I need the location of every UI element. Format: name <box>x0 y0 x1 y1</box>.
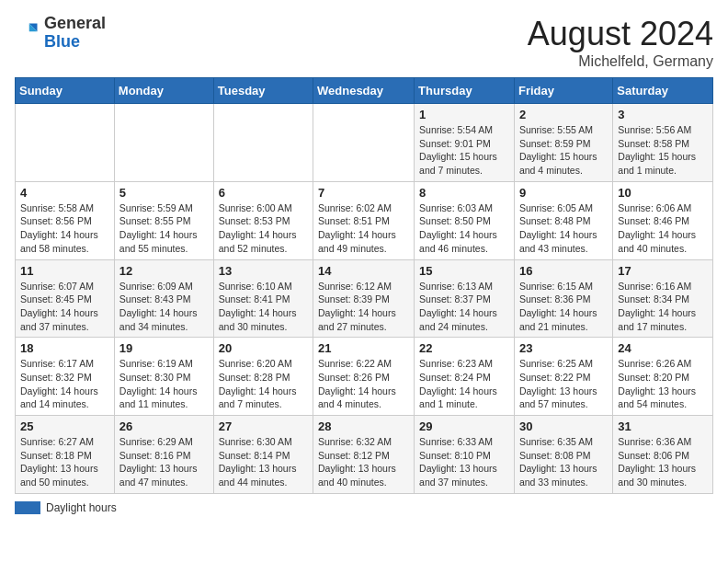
week-row-2: 4Sunrise: 5:58 AM Sunset: 8:56 PM Daylig… <box>16 181 713 259</box>
day-number: 11 <box>20 264 109 278</box>
day-number: 14 <box>318 264 409 278</box>
day-cell: 12Sunrise: 6:09 AM Sunset: 8:43 PM Dayli… <box>114 259 213 338</box>
day-info: Sunrise: 6:12 AM Sunset: 8:39 PM Dayligh… <box>318 280 409 334</box>
day-cell: 4Sunrise: 5:58 AM Sunset: 8:56 PM Daylig… <box>16 181 115 259</box>
week-row-3: 11Sunrise: 6:07 AM Sunset: 8:45 PM Dayli… <box>16 259 713 338</box>
day-cell: 1Sunrise: 5:54 AM Sunset: 9:01 PM Daylig… <box>415 104 515 182</box>
day-cell: 18Sunrise: 6:17 AM Sunset: 8:32 PM Dayli… <box>16 338 115 416</box>
column-header-monday: Monday <box>114 78 213 104</box>
day-info: Sunrise: 5:55 AM Sunset: 8:59 PM Dayligh… <box>519 123 608 178</box>
day-number: 31 <box>618 419 708 433</box>
day-number: 1 <box>419 108 509 121</box>
day-number: 5 <box>119 186 209 200</box>
day-cell: 7Sunrise: 6:02 AM Sunset: 8:51 PM Daylig… <box>313 181 415 259</box>
day-info: Sunrise: 6:17 AM Sunset: 8:32 PM Dayligh… <box>20 357 109 411</box>
day-info: Sunrise: 6:07 AM Sunset: 8:45 PM Dayligh… <box>20 280 109 334</box>
day-info: Sunrise: 6:27 AM Sunset: 8:18 PM Dayligh… <box>20 435 109 489</box>
day-number: 4 <box>20 186 109 200</box>
day-number: 30 <box>519 419 608 433</box>
day-cell: 11Sunrise: 6:07 AM Sunset: 8:45 PM Dayli… <box>16 259 115 338</box>
day-info: Sunrise: 6:23 AM Sunset: 8:24 PM Dayligh… <box>419 357 509 411</box>
day-cell: 10Sunrise: 6:06 AM Sunset: 8:46 PM Dayli… <box>613 181 713 259</box>
day-cell <box>114 104 213 182</box>
day-cell: 9Sunrise: 6:05 AM Sunset: 8:48 PM Daylig… <box>514 181 612 259</box>
calendar-header-row: SundayMondayTuesdayWednesdayThursdayFrid… <box>16 78 713 104</box>
day-info: Sunrise: 5:54 AM Sunset: 9:01 PM Dayligh… <box>419 123 509 178</box>
page-header: General Blue August 2024 Michelfeld, Ger… <box>15 15 713 70</box>
day-cell: 23Sunrise: 6:25 AM Sunset: 8:22 PM Dayli… <box>514 338 612 416</box>
day-number: 26 <box>119 419 209 433</box>
day-cell: 20Sunrise: 6:20 AM Sunset: 8:28 PM Dayli… <box>213 338 313 416</box>
day-info: Sunrise: 6:30 AM Sunset: 8:14 PM Dayligh… <box>219 435 308 489</box>
location: Michelfeld, Germany <box>528 53 713 70</box>
day-number: 8 <box>419 186 509 200</box>
day-cell: 22Sunrise: 6:23 AM Sunset: 8:24 PM Dayli… <box>415 338 515 416</box>
day-number: 24 <box>618 341 708 355</box>
day-info: Sunrise: 6:26 AM Sunset: 8:20 PM Dayligh… <box>618 357 708 411</box>
day-number: 17 <box>618 264 708 278</box>
logo-blue-text: Blue <box>44 33 106 52</box>
day-cell: 8Sunrise: 6:03 AM Sunset: 8:50 PM Daylig… <box>415 181 515 259</box>
day-info: Sunrise: 6:09 AM Sunset: 8:43 PM Dayligh… <box>119 280 209 334</box>
day-info: Sunrise: 6:16 AM Sunset: 8:34 PM Dayligh… <box>618 280 708 334</box>
day-cell: 14Sunrise: 6:12 AM Sunset: 8:39 PM Dayli… <box>313 259 415 338</box>
logo-text: General Blue <box>44 15 106 52</box>
column-header-tuesday: Tuesday <box>213 78 313 104</box>
column-header-sunday: Sunday <box>16 78 115 104</box>
day-info: Sunrise: 6:10 AM Sunset: 8:41 PM Dayligh… <box>219 280 308 334</box>
day-cell: 16Sunrise: 6:15 AM Sunset: 8:36 PM Dayli… <box>514 259 612 338</box>
day-info: Sunrise: 6:32 AM Sunset: 8:12 PM Dayligh… <box>318 435 409 489</box>
day-info: Sunrise: 6:05 AM Sunset: 8:48 PM Dayligh… <box>519 201 608 256</box>
week-row-4: 18Sunrise: 6:17 AM Sunset: 8:32 PM Dayli… <box>16 338 713 416</box>
day-info: Sunrise: 6:20 AM Sunset: 8:28 PM Dayligh… <box>219 357 308 411</box>
column-header-friday: Friday <box>514 78 612 104</box>
day-info: Sunrise: 6:00 AM Sunset: 8:53 PM Dayligh… <box>219 201 308 256</box>
day-cell: 21Sunrise: 6:22 AM Sunset: 8:26 PM Dayli… <box>313 338 415 416</box>
day-cell: 30Sunrise: 6:35 AM Sunset: 8:08 PM Dayli… <box>514 416 612 494</box>
day-number: 27 <box>219 419 308 433</box>
day-number: 2 <box>519 108 608 121</box>
day-cell: 28Sunrise: 6:32 AM Sunset: 8:12 PM Dayli… <box>313 416 415 494</box>
day-number: 23 <box>519 341 608 355</box>
day-info: Sunrise: 6:03 AM Sunset: 8:50 PM Dayligh… <box>419 201 509 256</box>
day-cell: 17Sunrise: 6:16 AM Sunset: 8:34 PM Dayli… <box>613 259 713 338</box>
day-info: Sunrise: 6:36 AM Sunset: 8:06 PM Dayligh… <box>618 435 708 489</box>
day-number: 20 <box>219 341 308 355</box>
day-cell: 2Sunrise: 5:55 AM Sunset: 8:59 PM Daylig… <box>514 104 612 182</box>
logo-icon <box>15 20 40 46</box>
day-number: 15 <box>419 264 509 278</box>
week-row-1: 1Sunrise: 5:54 AM Sunset: 9:01 PM Daylig… <box>16 104 713 182</box>
day-cell: 19Sunrise: 6:19 AM Sunset: 8:30 PM Dayli… <box>114 338 213 416</box>
day-number: 18 <box>20 341 109 355</box>
day-cell: 29Sunrise: 6:33 AM Sunset: 8:10 PM Dayli… <box>415 416 515 494</box>
logo: General Blue <box>15 15 106 52</box>
day-cell: 24Sunrise: 6:26 AM Sunset: 8:20 PM Dayli… <box>613 338 713 416</box>
day-cell: 13Sunrise: 6:10 AM Sunset: 8:41 PM Dayli… <box>213 259 313 338</box>
day-cell: 5Sunrise: 5:59 AM Sunset: 8:55 PM Daylig… <box>114 181 213 259</box>
month-title: August 2024 <box>528 15 713 53</box>
day-number: 3 <box>618 108 708 121</box>
logo-general-text: General <box>44 15 106 33</box>
day-info: Sunrise: 6:35 AM Sunset: 8:08 PM Dayligh… <box>519 435 608 489</box>
day-number: 25 <box>20 419 109 433</box>
column-header-thursday: Thursday <box>415 78 515 104</box>
day-info: Sunrise: 6:22 AM Sunset: 8:26 PM Dayligh… <box>318 357 409 411</box>
day-info: Sunrise: 6:19 AM Sunset: 8:30 PM Dayligh… <box>119 357 209 411</box>
day-info: Sunrise: 6:29 AM Sunset: 8:16 PM Dayligh… <box>119 435 209 489</box>
day-info: Sunrise: 6:13 AM Sunset: 8:37 PM Dayligh… <box>419 280 509 334</box>
legend-label: Daylight hours <box>46 501 117 514</box>
day-number: 29 <box>419 419 509 433</box>
day-cell: 26Sunrise: 6:29 AM Sunset: 8:16 PM Dayli… <box>114 416 213 494</box>
day-info: Sunrise: 6:25 AM Sunset: 8:22 PM Dayligh… <box>519 357 608 411</box>
day-number: 6 <box>219 186 308 200</box>
column-header-wednesday: Wednesday <box>313 78 415 104</box>
week-row-5: 25Sunrise: 6:27 AM Sunset: 8:18 PM Dayli… <box>16 416 713 494</box>
day-info: Sunrise: 5:59 AM Sunset: 8:55 PM Dayligh… <box>119 201 209 256</box>
day-number: 13 <box>219 264 308 278</box>
day-cell: 6Sunrise: 6:00 AM Sunset: 8:53 PM Daylig… <box>213 181 313 259</box>
day-cell <box>213 104 313 182</box>
day-info: Sunrise: 5:56 AM Sunset: 8:58 PM Dayligh… <box>618 123 708 178</box>
day-number: 28 <box>318 419 409 433</box>
day-number: 22 <box>419 341 509 355</box>
day-number: 12 <box>119 264 209 278</box>
